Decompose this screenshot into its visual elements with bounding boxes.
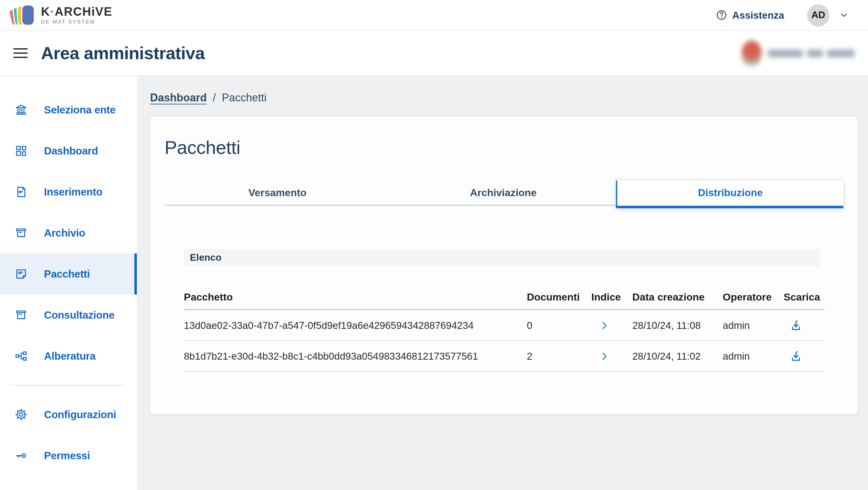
note-icon xyxy=(14,267,28,281)
sidebar-divider xyxy=(10,385,122,385)
archive-box-icon xyxy=(14,226,28,239)
tab-distribuzione[interactable]: Distribuzione xyxy=(616,180,843,208)
cell-operatore: admin xyxy=(723,350,784,362)
sidebar-item-pacchetti[interactable]: Pacchetti xyxy=(0,254,137,294)
sidebar-item-label: Pacchetti xyxy=(44,268,90,280)
sidebar-item-label: Consultazione xyxy=(44,309,115,321)
cell-data-creazione: 28/10/24, 11:08 xyxy=(632,319,723,331)
assistenza-label: Assistenza xyxy=(733,9,784,21)
sidebar-item-consultazione[interactable]: Consultazione xyxy=(0,294,137,336)
sidebar-item-label: Inserimento xyxy=(44,185,102,198)
brand-dot: · xyxy=(50,5,55,19)
cell-documenti: 0 xyxy=(527,319,591,331)
document-icon xyxy=(14,185,28,199)
table-row: 13d0ae02-33a0-47b7-a547-0f5d9ef19a6e4296… xyxy=(184,310,825,341)
tree-icon xyxy=(14,349,28,363)
page-title: Area amministrativa xyxy=(41,43,205,63)
pacchetti-card: Pacchetti VersamentoArchiviazioneDistrib… xyxy=(150,116,858,414)
card-title: Pacchetti xyxy=(164,137,843,159)
tab-archiviazione[interactable]: Archiviazione xyxy=(390,182,616,206)
breadcrumb-dashboard-link[interactable]: Dashboard xyxy=(150,92,207,105)
sidebar-item-label: Configurazioni xyxy=(44,408,116,421)
column-header-documenti: Documenti xyxy=(527,291,591,304)
sidebar-item-archivio[interactable]: Archivio xyxy=(0,212,137,254)
sidebar-item-label: Alberatura xyxy=(44,350,96,363)
tab-versamento[interactable]: Versamento xyxy=(164,182,390,206)
cell-operatore: admin xyxy=(723,319,784,331)
sidebar-item-seleziona-ente[interactable]: Seleziona ente xyxy=(0,89,137,131)
bank-icon xyxy=(14,103,28,116)
column-header-indice: Indice xyxy=(591,291,632,304)
column-header-pacchetto: Pacchetto xyxy=(184,291,527,304)
breadcrumb: Dashboard / Pacchetti xyxy=(150,92,858,105)
breadcrumb-separator: / xyxy=(213,92,216,105)
brand-subtitle: DE-MAT SYSTEM xyxy=(41,20,113,25)
column-header-data-creazione: Data creazione xyxy=(632,291,723,304)
main-content: Dashboard / Pacchetti Pacchetti Versamen… xyxy=(137,76,868,490)
key-icon xyxy=(14,449,28,462)
download-button[interactable] xyxy=(784,318,825,332)
section-header: Elenco xyxy=(184,249,820,266)
column-header-operatore: Operatore xyxy=(723,291,784,304)
tab-bar: VersamentoArchiviazioneDistribuzione xyxy=(164,177,843,206)
column-header-scarica: Scarica xyxy=(784,291,825,304)
chevron-down-icon[interactable] xyxy=(838,9,850,21)
sidebar-item-label: Permessi xyxy=(44,449,90,462)
archive-box-icon xyxy=(14,308,28,322)
sidebar-item-label: Archivio xyxy=(44,227,85,239)
help-icon xyxy=(715,9,727,21)
top-bar: K·ARCHiVE DE-MAT SYSTEM Assistenza AD xyxy=(0,0,868,31)
sidebar-item-permessi[interactable]: Permessi xyxy=(0,435,137,476)
dashboard-grid-icon xyxy=(14,144,28,157)
sidebar-item-alberatura[interactable]: Alberatura xyxy=(0,336,137,377)
cell-data-creazione: 28/10/24, 11:02 xyxy=(632,350,723,362)
table-row: 8b1d7b21-e30d-4b32-b8c1-c4bb0dd93a054983… xyxy=(184,341,825,372)
brand-text: K·ARCHiVE DE-MAT SYSTEM xyxy=(41,6,113,25)
brand[interactable]: K·ARCHiVE DE-MAT SYSTEM xyxy=(11,4,113,26)
indice-expand-button[interactable] xyxy=(591,350,632,362)
cell-pacchetto: 8b1d7b21-e30d-4b32-b8c1-c4bb0dd93a054983… xyxy=(184,350,527,362)
sidebar: Seleziona ente Dashboard Inserimento Arc… xyxy=(0,76,137,490)
cell-documenti: 2 xyxy=(527,350,591,362)
download-button[interactable] xyxy=(784,349,825,363)
table-header-row: PacchettoDocumentiIndiceData creazioneOp… xyxy=(184,286,825,310)
entity-crest-image xyxy=(741,40,762,66)
cell-pacchetto: 13d0ae02-33a0-47b7-a547-0f5d9ef19a6e4296… xyxy=(184,319,527,331)
sidebar-item-inserimento[interactable]: Inserimento xyxy=(0,171,137,212)
entity-logo xyxy=(741,40,855,66)
entity-name-blurred xyxy=(768,49,855,57)
page-header: Area amministrativa xyxy=(0,31,868,76)
breadcrumb-current: Pacchetti xyxy=(222,92,267,105)
indice-expand-button[interactable] xyxy=(591,319,632,331)
assistenza-button[interactable]: Assistenza xyxy=(715,9,784,21)
sidebar-item-label: Seleziona ente xyxy=(44,104,116,116)
app-window: K·ARCHiVE DE-MAT SYSTEM Assistenza AD xyxy=(0,0,868,490)
sidebar-item-label: Dashboard xyxy=(44,145,98,157)
sidebar-item-dashboard[interactable]: Dashboard xyxy=(0,131,137,171)
avatar[interactable]: AD xyxy=(807,4,830,26)
topbar-right: Assistenza AD xyxy=(715,4,850,26)
table-section: Elenco PacchettoDocumentiIndiceData crea… xyxy=(184,249,825,372)
sidebar-item-configurazioni[interactable]: Configurazioni xyxy=(0,394,137,435)
table-body: 13d0ae02-33a0-47b7-a547-0f5d9ef19a6e4296… xyxy=(184,310,825,372)
brand-name: K·ARCHiVE xyxy=(41,6,113,18)
gear-icon xyxy=(14,408,28,421)
k-archive-logo-icon xyxy=(11,4,34,26)
hamburger-menu-icon[interactable] xyxy=(13,48,28,58)
